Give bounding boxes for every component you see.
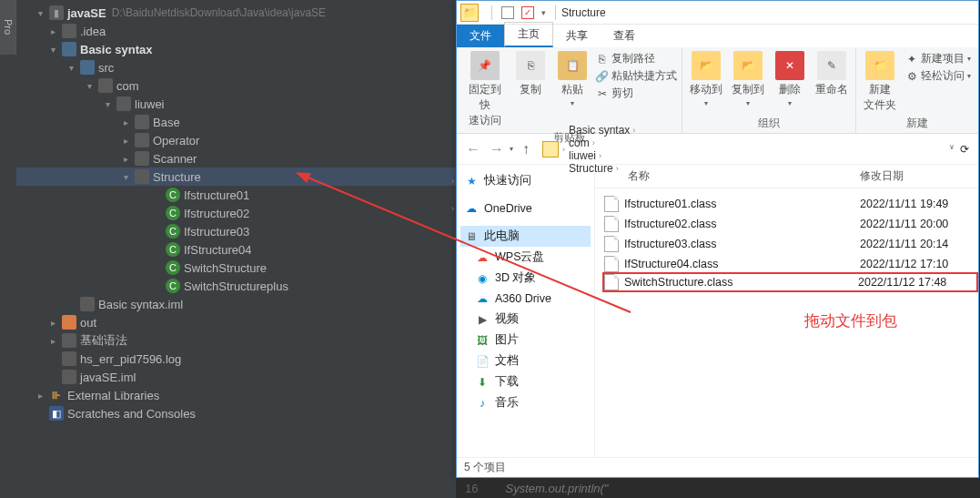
tree-row[interactable]: CIfstructure03 <box>16 222 456 240</box>
chevron-icon[interactable]: ▸ <box>47 336 58 346</box>
file-row[interactable]: Ifstructure03.class2022/11/11 20:14 <box>595 234 978 254</box>
copy-button[interactable]: ⎘ 复制 <box>514 51 547 97</box>
tree-row[interactable]: CIfStructure04 <box>16 240 456 259</box>
wps-icon: ☁ <box>475 250 490 265</box>
nav-up[interactable]: ↑ <box>515 138 537 160</box>
chevron-right-icon[interactable]: › <box>562 145 565 154</box>
nav-item[interactable]: ›☁OneDrive <box>460 198 591 219</box>
nav-item[interactable]: ♪音乐 <box>460 392 591 413</box>
file-row[interactable]: Ifstructure01.class2022/11/11 19:49 <box>595 194 978 214</box>
tree-row[interactable]: CSwitchStructureplus <box>16 277 456 295</box>
nav-item[interactable]: ☁WPS云盘 <box>460 247 591 268</box>
nav-label: 下载 <box>495 374 519 390</box>
nav-item[interactable]: ▶视频 <box>460 309 591 330</box>
tab-view[interactable]: 查看 <box>601 25 648 47</box>
col-header-name[interactable]: 名称 <box>595 168 860 184</box>
chevron-icon[interactable]: ▸ <box>47 318 58 328</box>
caret-down-icon: ▾ <box>746 99 750 107</box>
file-row[interactable]: Ifstructure02.class2022/11/11 20:00 <box>595 214 978 234</box>
chevron-icon[interactable]: ▾ <box>120 172 131 182</box>
chevron-icon[interactable]: ▾ <box>47 45 58 55</box>
pin-button[interactable]: 📌 固定到快 速访问 <box>464 51 505 128</box>
file-row[interactable]: IfStructure04.class2022/11/12 17:10 <box>595 254 978 274</box>
chevron-icon[interactable]: ▸ <box>120 154 131 164</box>
breadcrumb-segment[interactable]: com › <box>569 137 635 149</box>
tree-row[interactable]: CIfstructure01 <box>16 186 456 204</box>
paste-shortcut[interactable]: 🔗粘贴快捷方式 <box>596 68 677 84</box>
tree-row[interactable]: hs_err_pid7596.log <box>16 350 456 368</box>
tree-row[interactable]: ◧Scratches and Consoles <box>16 404 456 422</box>
nav-item[interactable]: ⬇下载 <box>460 371 591 392</box>
tree-row[interactable]: ▸Scanner <box>16 149 456 168</box>
nav-back[interactable]: ← <box>462 138 484 160</box>
file-date: 2022/11/11 20:14 <box>860 238 978 250</box>
nav-item[interactable]: ›★快速访问 <box>460 170 591 191</box>
tree-row[interactable]: ▾com <box>16 76 456 95</box>
tree-row[interactable]: CSwitchStructure <box>16 259 456 277</box>
cut[interactable]: ✂剪切 <box>596 86 677 101</box>
col-header-date[interactable]: 修改日期 <box>860 168 978 184</box>
chevron-icon[interactable]: ⌄ <box>457 232 459 241</box>
chevron-icon[interactable]: ▸ <box>35 391 45 401</box>
tree-row[interactable]: ▸Base <box>16 113 456 131</box>
chevron-down-icon[interactable]: ▾ <box>35 8 45 18</box>
nav-item[interactable]: ⌄🖥此电脑 <box>460 226 591 247</box>
copyto-button[interactable]: 📂 复制到▾ <box>732 51 764 107</box>
easy-access[interactable]: ⚙轻松访问 ▾ <box>905 68 971 84</box>
newfolder-icon: 📁 <box>865 51 894 80</box>
file-name: SwitchStructure.class <box>624 276 858 289</box>
delete-button[interactable]: ✕ 删除▾ <box>773 51 806 107</box>
tab-share[interactable]: 共享 <box>553 25 601 47</box>
folder-icon: 📁 <box>460 4 479 22</box>
folder-g-icon <box>116 97 131 111</box>
tree-row[interactable]: ▾Structure <box>16 168 456 186</box>
column-headers[interactable]: 名称 修改日期 <box>595 165 978 188</box>
qat-button[interactable] <box>501 6 514 19</box>
tree-row[interactable]: ▾Basic syntax <box>16 40 456 58</box>
tree-root[interactable]: ▾ ▮ javaSE D:\BaiduNetdiskDownload\Java\… <box>16 4 456 22</box>
class-icon: C <box>166 206 180 220</box>
new-item[interactable]: ✦新建项目 ▾ <box>905 51 971 66</box>
copy-path[interactable]: ⎘复制路径 <box>596 51 677 66</box>
chevron-icon[interactable]: ▾ <box>84 81 95 91</box>
tree-row[interactable]: Basic syntax.iml <box>16 295 456 313</box>
paste-button[interactable]: 📋 粘贴 ▾ <box>556 51 589 107</box>
tree-row[interactable]: ▸⊪External Libraries <box>16 386 456 404</box>
file-explorer-window: 📁 ✓ ▾ Structure 文件 主页 共享 查看 📌 固定到快 速访问 ⎘… <box>456 0 979 478</box>
chevron-icon[interactable]: ▸ <box>47 26 58 36</box>
address-dropdown[interactable]: ∨ <box>949 143 955 156</box>
tree-row[interactable]: ▾src <box>16 58 456 76</box>
breadcrumb-segment[interactable]: Basic syntax › <box>569 124 635 137</box>
tree-row[interactable]: javaSE.iml <box>16 368 456 386</box>
tree-row[interactable]: ▸out <box>16 313 456 331</box>
nav-item[interactable]: 📄文档 <box>460 351 591 371</box>
ide-tool-tab[interactable]: Pro <box>0 0 16 55</box>
tree-row[interactable]: ▾liuwei <box>16 95 456 113</box>
newfolder-button[interactable]: 📁 新建 文件夹 <box>864 51 896 113</box>
refresh-button[interactable]: ⟳ <box>960 143 969 156</box>
file-row[interactable]: SwitchStructure.class2022/11/12 17:48 <box>602 272 978 292</box>
video-icon: ▶ <box>475 312 490 327</box>
nav-forward[interactable]: → <box>486 138 508 160</box>
qat-dropdown[interactable]: ▾ <box>541 8 546 17</box>
tree-row[interactable]: ▸Operator <box>16 131 456 149</box>
chevron-icon[interactable]: ▸ <box>120 136 131 146</box>
tree-row[interactable]: CIfstructure02 <box>16 204 456 222</box>
nav-item[interactable]: 🖼图片 <box>460 330 591 351</box>
separator <box>555 5 556 20</box>
moveto-button[interactable]: 📂 移动到▾ <box>690 51 722 107</box>
chevron-icon[interactable]: ▾ <box>66 63 76 73</box>
chevron-icon[interactable]: ▾ <box>102 99 113 109</box>
tab-file[interactable]: 文件 <box>457 25 504 47</box>
nav-item[interactable]: ☁A360 Drive <box>460 289 591 309</box>
qat-button[interactable]: ✓ <box>521 6 534 19</box>
chevron-icon[interactable]: ▸ <box>120 117 131 127</box>
nav-item[interactable]: ◉3D 对象 <box>460 268 591 289</box>
chevron-right-icon: › <box>632 126 635 135</box>
history-dropdown[interactable]: ▾ <box>510 145 513 153</box>
rename-button[interactable]: ✎ 重命名 <box>815 51 848 97</box>
tree-row[interactable]: ▸.idea <box>16 22 456 40</box>
tree-row[interactable]: ▸基础语法 <box>16 331 456 350</box>
breadcrumb-segment[interactable]: liuwei › <box>569 149 635 162</box>
tab-home[interactable]: 主页 <box>504 22 553 47</box>
